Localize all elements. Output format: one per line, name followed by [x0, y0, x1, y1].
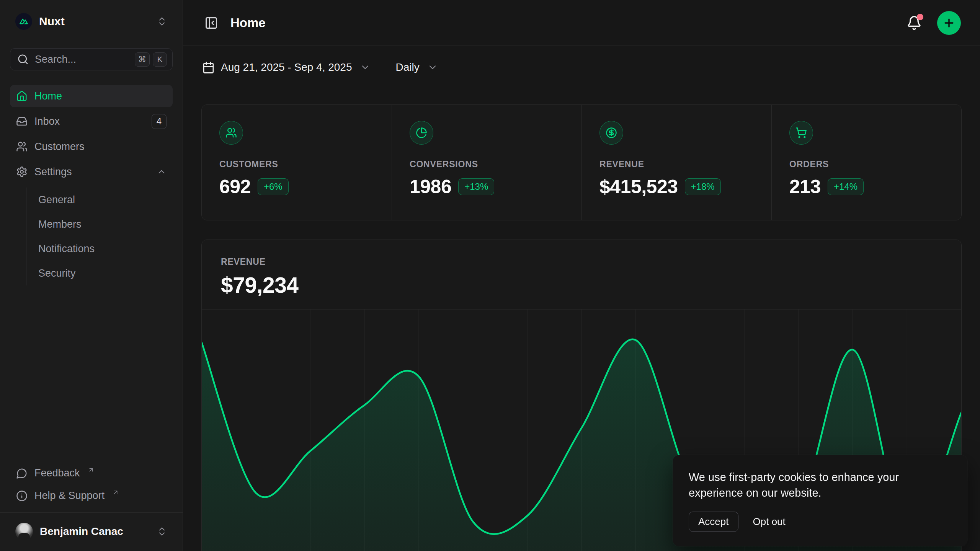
stat-revenue: REVENUE $415,523 +18% [581, 105, 771, 220]
cookie-banner: We use first-party cookies to enhance yo… [673, 455, 967, 546]
sidebar-item-home[interactable]: Home [10, 85, 173, 107]
stat-orders: ORDERS 213 +14% [771, 105, 961, 220]
page-title: Home [230, 16, 266, 30]
sidebar-item-label: Inbox [34, 116, 145, 127]
info-circle-icon [16, 490, 28, 502]
settings-submenu: General Members Notifications Security [26, 187, 173, 285]
inbox-count-badge: 4 [152, 114, 167, 129]
team-name: Nuxt [39, 15, 150, 28]
stat-label: REVENUE [599, 159, 754, 170]
search-input[interactable]: Search... ⌘ K [10, 48, 173, 70]
user-avatar [15, 523, 33, 540]
chevron-down-icon [427, 62, 438, 73]
stat-icon-badge [219, 121, 243, 145]
user-menu[interactable]: Benjamin Canac [10, 513, 173, 551]
sidebar-item-notifications[interactable]: Notifications [26, 236, 173, 261]
chevron-up-icon [157, 167, 167, 177]
stats-row: CUSTOMERS 692 +6% CONVERSIONS 1986 +13% [201, 104, 962, 220]
stat-customers: CUSTOMERS 692 +6% [202, 105, 392, 220]
users-icon [225, 127, 237, 139]
cookie-message: We use first-party cookies to enhance yo… [689, 469, 951, 501]
chevron-down-icon [360, 62, 371, 73]
footer-link-label: Feedback [34, 467, 80, 479]
stat-value: 213 [789, 176, 821, 198]
collapse-sidebar-button[interactable] [202, 14, 220, 32]
page-header: Home [183, 0, 980, 46]
external-link-icon [112, 489, 119, 496]
stat-label: CONVERSIONS [410, 159, 564, 170]
sidebar-item-label: Home [34, 90, 167, 102]
stat-value: 692 [219, 176, 251, 198]
granularity-select[interactable]: Daily [396, 61, 438, 73]
sidebar-item-customers[interactable]: Customers [10, 135, 173, 158]
stat-delta-badge: +6% [258, 178, 289, 195]
stat-value: 1986 [410, 176, 451, 198]
search-icon [17, 54, 29, 65]
revenue-chart-label: REVENUE [221, 257, 942, 267]
stat-delta-badge: +18% [685, 178, 721, 195]
granularity-value: Daily [396, 61, 420, 73]
chevrons-up-down-icon [157, 526, 167, 537]
notification-dot [917, 14, 923, 20]
stat-delta-badge: +14% [828, 178, 864, 195]
stat-label: ORDERS [789, 159, 944, 170]
kbd-cmd: ⌘ [135, 52, 150, 67]
external-link-icon [88, 466, 95, 473]
stat-icon-badge [410, 121, 433, 145]
feedback-link[interactable]: Feedback [10, 462, 173, 484]
sidebar-item-label: Settings [34, 166, 150, 178]
dollar-circle-icon [606, 127, 617, 139]
home-icon [16, 90, 28, 102]
search-placeholder: Search... [35, 54, 129, 65]
filters-toolbar: Aug 21, 2025 - Sep 4, 2025 Daily [183, 46, 980, 89]
stat-value: $415,523 [599, 176, 678, 198]
inbox-icon [16, 116, 28, 127]
sidebar-item-inbox[interactable]: Inbox 4 [10, 110, 173, 132]
sidebar-item-label: Customers [34, 141, 167, 153]
panel-left-close-icon [204, 16, 218, 30]
search-shortcut: ⌘ K [135, 52, 167, 67]
sidebar-item-security[interactable]: Security [26, 261, 173, 285]
kbd-k: K [153, 52, 167, 67]
calendar-icon [202, 61, 215, 74]
stat-icon-badge [789, 121, 813, 145]
users-icon [16, 141, 28, 152]
sidebar-item-members[interactable]: Members [26, 212, 173, 236]
stat-conversions: CONVERSIONS 1986 +13% [392, 105, 581, 220]
plus-icon [942, 16, 956, 29]
user-name: Benjamin Canac [40, 525, 150, 538]
add-button[interactable] [937, 11, 961, 35]
gear-icon [16, 166, 28, 178]
team-selector[interactable]: Nuxt [10, 9, 173, 34]
revenue-chart-total: $79,234 [221, 272, 942, 298]
sidebar: Nuxt Search... ⌘ K Home Inbox 4 Cu [0, 0, 183, 551]
shopping-cart-icon [795, 127, 807, 139]
sidebar-item-general[interactable]: General [26, 187, 173, 212]
cookie-accept-button[interactable]: Accept [689, 512, 738, 532]
chevrons-up-down-icon [157, 16, 167, 27]
cookie-optout-button[interactable]: Opt out [753, 516, 786, 528]
help-support-link[interactable]: Help & Support [10, 484, 173, 507]
sidebar-spacer [10, 285, 173, 462]
footer-link-label: Help & Support [34, 490, 105, 502]
notifications-button[interactable] [904, 13, 924, 33]
stat-label: CUSTOMERS [219, 159, 374, 170]
nuxt-logo-icon [15, 13, 32, 30]
stat-icon-badge [599, 121, 623, 145]
sidebar-item-settings[interactable]: Settings [10, 161, 173, 183]
pie-chart-icon [416, 127, 427, 139]
date-range-picker[interactable]: Aug 21, 2025 - Sep 4, 2025 [202, 61, 371, 74]
sidebar-nav: Home Inbox 4 Customers Settings General … [10, 85, 173, 285]
stat-delta-badge: +13% [458, 178, 494, 195]
date-range-value: Aug 21, 2025 - Sep 4, 2025 [221, 61, 352, 73]
message-bubble-icon [16, 468, 28, 479]
